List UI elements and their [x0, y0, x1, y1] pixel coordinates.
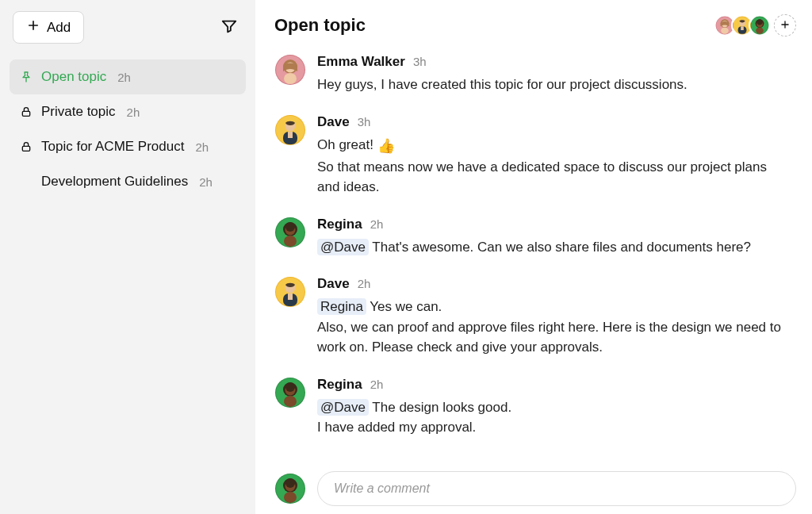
- filter-button[interactable]: [216, 13, 243, 42]
- svg-rect-38: [288, 293, 293, 300]
- message-time: 2h: [358, 277, 371, 290]
- message-line-text: Also, we can proof and approve files rig…: [317, 320, 781, 355]
- message-list: Emma Walker3hHey guys, I have created th…: [274, 54, 796, 466]
- message: Dave2hRegina Yes we can.Also, we can pro…: [274, 276, 793, 358]
- message-line: @Dave The design looks good.: [317, 397, 793, 418]
- compose-avatar: [274, 473, 306, 504]
- message-meta: Emma Walker3h: [317, 54, 793, 70]
- message-meta: Dave3h: [317, 114, 793, 130]
- message-avatar: [274, 114, 306, 146]
- lock-icon: [19, 140, 33, 153]
- sidebar-item-label: Topic for ACME Product: [41, 139, 184, 155]
- sidebar-item-topic[interactable]: Topic for ACME Product2h: [10, 129, 246, 164]
- mention[interactable]: @Dave: [317, 239, 369, 255]
- add-participant-button[interactable]: [774, 14, 796, 36]
- message-line: Oh great! 👍: [317, 135, 793, 157]
- lock-icon: [19, 105, 33, 118]
- compose-input[interactable]: [317, 471, 796, 506]
- message-text: @Dave That's awesome. Can we also share …: [317, 237, 793, 258]
- message-text: Regina Yes we can.Also, we can proof and…: [317, 297, 793, 358]
- participant-avatar[interactable]: [749, 14, 771, 36]
- message-line: @Dave That's awesome. Can we also share …: [317, 237, 793, 258]
- message-meta: Dave2h: [317, 276, 793, 292]
- sidebar: Add Open topic2hPrivate topic2hTopic for…: [0, 0, 255, 514]
- message-avatar: [274, 217, 306, 248]
- sidebar-item-label: Development Guidelines: [41, 174, 188, 190]
- svg-rect-6: [721, 27, 729, 33]
- message-line: Also, we can proof and approve files rig…: [317, 317, 793, 358]
- message-line-text: That's awesome. Can we also share files …: [369, 240, 751, 255]
- sidebar-item-topic[interactable]: Private topic2h: [10, 94, 246, 129]
- message-body: Dave3hOh great! 👍So that means now we ha…: [317, 114, 793, 198]
- mention[interactable]: @Dave: [317, 399, 369, 416]
- message-avatar: [274, 377, 306, 409]
- compose-row: [274, 466, 796, 506]
- message-line-text: Hey guys, I have created this topic for …: [317, 77, 688, 92]
- message-author: Regina: [317, 377, 362, 393]
- svg-rect-22: [284, 73, 297, 84]
- message: Regina2h@Dave That's awesome. Can we als…: [274, 217, 793, 258]
- message-avatar: [274, 276, 306, 308]
- message: Dave3hOh great! 👍So that means now we ha…: [274, 114, 793, 198]
- sidebar-item-label: Private topic: [41, 104, 116, 120]
- message-line: Hey guys, I have created this topic for …: [317, 75, 793, 95]
- svg-point-32: [285, 222, 295, 232]
- svg-rect-11: [741, 26, 744, 30]
- sidebar-item-time: 2h: [199, 175, 213, 189]
- svg-rect-27: [288, 132, 293, 138]
- message: Emma Walker3hHey guys, I have created th…: [274, 54, 793, 95]
- message-author: Dave: [317, 276, 350, 292]
- svg-rect-44: [284, 396, 297, 407]
- message-line-text: Oh great!: [317, 137, 377, 152]
- topic-list: Open topic2hPrivate topic2hTopic for ACM…: [10, 59, 246, 199]
- message-time: 2h: [370, 217, 384, 231]
- thumbs-up-icon: 👍: [377, 138, 395, 154]
- sidebar-item-time: 2h: [117, 71, 131, 84]
- message: Regina2h@Dave The design looks good.I ha…: [274, 377, 793, 438]
- main: Open topic Emma Walker3hHey guys, I have…: [255, 0, 812, 514]
- sidebar-item-topic[interactable]: Open topic2h: [10, 59, 246, 94]
- message-line-text: I have added my approval.: [317, 420, 476, 435]
- message-line-text: So that means now we have a dedicated sp…: [317, 159, 767, 195]
- svg-point-49: [285, 478, 295, 488]
- message-line: So that means now we have a dedicated sp…: [317, 157, 793, 198]
- svg-rect-33: [284, 236, 297, 247]
- message-body: Emma Walker3hHey guys, I have created th…: [317, 54, 793, 95]
- message-meta: Regina2h: [317, 217, 793, 232]
- mention[interactable]: Regina: [317, 298, 366, 315]
- pin-icon: [19, 71, 33, 83]
- message-line: I have added my approval.: [317, 417, 793, 438]
- message-avatar: [274, 54, 306, 86]
- main-header: Open topic: [274, 14, 796, 36]
- svg-rect-17: [756, 27, 764, 33]
- message-line: Regina Yes we can.: [317, 297, 793, 317]
- svg-rect-50: [284, 492, 297, 503]
- sidebar-top: Add: [10, 11, 246, 44]
- message-text: @Dave The design looks good.I have added…: [317, 397, 793, 438]
- sidebar-item-time: 2h: [195, 140, 209, 154]
- svg-point-16: [756, 19, 762, 25]
- funnel-icon: [220, 25, 238, 37]
- message-author: Emma Walker: [317, 54, 405, 70]
- message-text: Oh great! 👍So that means now we have a d…: [317, 135, 793, 198]
- svg-point-43: [285, 382, 295, 392]
- participant-stack: [714, 14, 796, 36]
- message-time: 3h: [413, 55, 427, 68]
- message-body: Regina2h@Dave That's awesome. Can we als…: [317, 217, 793, 258]
- svg-rect-0: [22, 111, 29, 116]
- plus-icon: [26, 18, 40, 36]
- message-author: Regina: [317, 217, 362, 232]
- message-time: 3h: [358, 115, 371, 128]
- plus-icon: [779, 19, 791, 33]
- message-body: Regina2h@Dave The design looks good.I ha…: [317, 377, 793, 438]
- sidebar-item-topic[interactable]: Development Guidelines2h: [10, 164, 246, 199]
- add-button[interactable]: Add: [13, 11, 84, 44]
- message-time: 2h: [370, 378, 384, 391]
- svg-rect-1: [22, 146, 29, 151]
- message-body: Dave2hRegina Yes we can.Also, we can pro…: [317, 276, 793, 358]
- message-line-text: Yes we can.: [366, 299, 442, 314]
- message-text: Hey guys, I have created this topic for …: [317, 75, 793, 95]
- page-title: Open topic: [274, 15, 366, 36]
- sidebar-item-time: 2h: [127, 105, 140, 119]
- message-meta: Regina2h: [317, 377, 793, 393]
